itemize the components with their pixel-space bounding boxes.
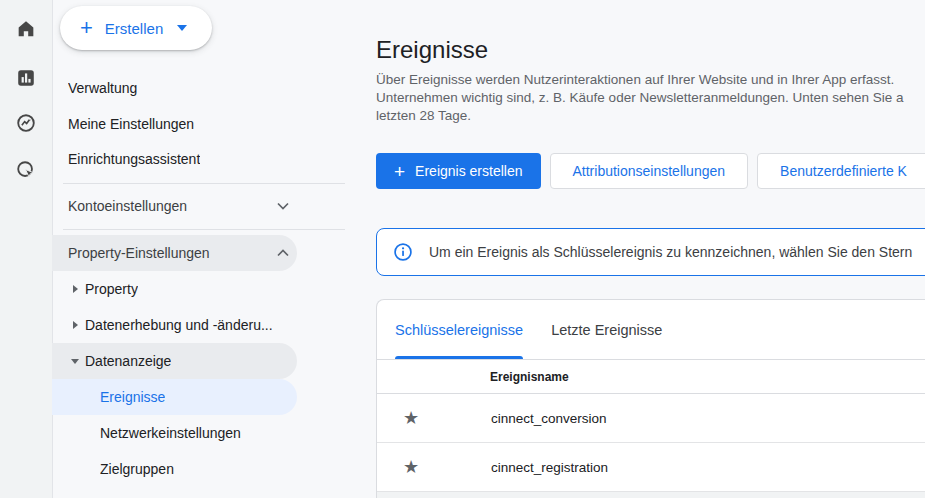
table-row[interactable]: ★ cinnect_conversion [377, 394, 925, 443]
custom-definitions-button[interactable]: Benutzerdefinierte K [757, 153, 925, 189]
sidebar-item-label: Einrichtungsassistent [68, 151, 200, 167]
plus-icon: + [394, 162, 405, 181]
sidebar-item-label: Netzwerkeinstellungen [100, 425, 241, 441]
tab-letzte-ereignisse[interactable]: Letzte Ereignisse [551, 300, 662, 359]
sidebar-item-label: Zielgruppen [100, 461, 174, 477]
sidebar-item-einrichtungsassistent[interactable]: Einrichtungsassistent [52, 141, 297, 177]
description-line: Unternehmen wichtig sind, z. B. Käufe od… [376, 89, 925, 107]
tab-label: Schlüsselereignisse [395, 322, 523, 338]
chevron-down-icon [277, 202, 289, 210]
info-banner-text: Um ein Ereignis als Schlüsselereignis zu… [429, 244, 912, 260]
info-banner: Um ein Ereignis als Schlüsselereignis zu… [376, 228, 925, 276]
actions-toolbar: + Ereignis erstellen Attributionseinstel… [376, 153, 925, 189]
sidebar-item-label: Ereignisse [100, 389, 165, 405]
sidebar-item-label: Datenanzeige [85, 353, 171, 369]
sidebar-divider [63, 229, 345, 230]
reports-icon[interactable] [0, 60, 52, 96]
create-event-button-label: Ereignis erstellen [415, 163, 522, 179]
chevron-up-icon [277, 249, 289, 257]
sidebar-item-label: Meine Einstellungen [68, 116, 194, 132]
advertising-icon[interactable] [0, 152, 52, 188]
key-event-star-icon[interactable]: ★ [401, 409, 421, 427]
sidebar-item-label: Verwaltung [68, 80, 137, 96]
sidebar-section-label: Kontoeinstellungen [68, 198, 187, 214]
sidebar-section-kontoeinstellungen[interactable]: Kontoeinstellungen [52, 188, 297, 224]
sidebar-item-ereignisse[interactable]: Ereignisse [52, 379, 297, 415]
app-icon-rail [0, 0, 53, 498]
tab-label: Letzte Ereignisse [551, 322, 662, 338]
description-line: letzten 28 Tage. [376, 107, 925, 125]
custom-definitions-label: Benutzerdefinierte K [780, 163, 907, 179]
attribution-settings-button[interactable]: Attributionseinstellungen [550, 153, 749, 189]
table-row[interactable]: ★ cinnect_registration [377, 443, 925, 492]
sidebar-item-datenerhebung[interactable]: Datenerhebung und -änderu... [52, 307, 297, 343]
table-header-row: Ereignisname [377, 360, 925, 394]
event-name: cinnect_registration [491, 460, 608, 475]
expand-arrow-icon [65, 321, 85, 329]
sidebar-divider [63, 183, 345, 184]
explore-icon[interactable] [0, 105, 52, 141]
attribution-settings-label: Attributionseinstellungen [573, 163, 726, 179]
table-footer-strip [377, 492, 925, 498]
key-event-star-icon[interactable]: ★ [401, 458, 421, 476]
event-name: cinnect_conversion [491, 411, 607, 426]
sidebar-item-zielgruppen[interactable]: Zielgruppen [52, 451, 297, 487]
home-icon[interactable] [0, 11, 52, 47]
settings-sidebar: Verwaltung Meine Einstellungen Einrichtu… [52, 0, 298, 498]
sidebar-item-verwaltung[interactable]: Verwaltung [52, 70, 297, 106]
page-description: Über Ereignisse werden Nutzerinteraktion… [376, 71, 925, 125]
collapse-arrow-icon [65, 359, 85, 364]
sidebar-item-netzwerkeinstellungen[interactable]: Netzwerkeinstellungen [52, 415, 297, 451]
info-icon [393, 242, 413, 262]
tab-schluesselereignisse[interactable]: Schlüsselereignisse [395, 300, 523, 359]
events-card: Schlüsselereignisse Letzte Ereignisse Er… [376, 299, 925, 498]
sidebar-item-property[interactable]: Property [52, 271, 297, 307]
sidebar-item-label: Datenerhebung und -änderu... [85, 317, 273, 333]
create-event-button[interactable]: + Ereignis erstellen [376, 153, 541, 189]
events-tabs: Schlüsselereignisse Letzte Ereignisse [377, 300, 925, 360]
sidebar-section-property-einstellungen[interactable]: Property-Einstellungen [52, 235, 297, 271]
sidebar-section-label: Property-Einstellungen [68, 245, 210, 261]
expand-arrow-icon [65, 285, 85, 293]
column-header-ereignisname[interactable]: Ereignisname [377, 370, 569, 384]
sidebar-item-label: Property [85, 281, 138, 297]
description-line: Über Ereignisse werden Nutzerinteraktion… [376, 71, 925, 89]
sidebar-item-datenanzeige[interactable]: Datenanzeige [52, 343, 297, 379]
page-title: Ereignisse [376, 36, 488, 64]
sidebar-item-meine-einstellungen[interactable]: Meine Einstellungen [52, 106, 297, 142]
